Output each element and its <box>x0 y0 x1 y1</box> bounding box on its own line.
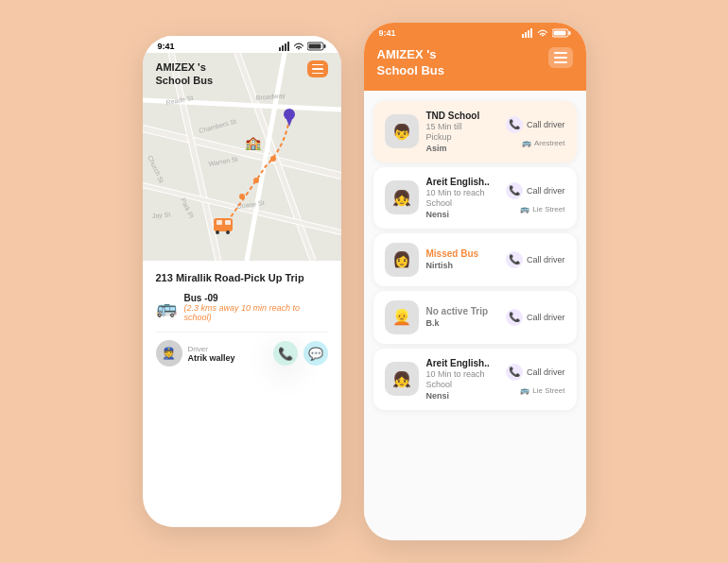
call-driver-button[interactable]: 📞 Call driver <box>506 251 565 268</box>
signal-icon <box>279 42 290 51</box>
avatar: 👩 <box>385 243 419 277</box>
card-actions: 📞 Call driver <box>506 309 565 326</box>
svg-rect-6 <box>308 44 321 49</box>
right-wifi-icon <box>537 29 548 38</box>
bus-number: Bus -09 <box>184 293 328 303</box>
call-icon: 📞 <box>506 309 523 326</box>
bottom-name: Asim <box>426 144 498 153</box>
right-signal-icon <box>522 28 533 38</box>
location-badge: 🚌Arestreet <box>522 139 564 147</box>
right-battery-icon <box>552 28 571 38</box>
card-info: Areit English.. 10 Min to reach School N… <box>426 177 498 219</box>
card-info: Missed Bus Nirtish <box>426 248 498 270</box>
map-area: Reade St Church St Chambers St Warren St… <box>143 53 341 261</box>
phone-button[interactable]: 📞 <box>273 341 298 366</box>
app-container: 9:41 <box>124 4 605 559</box>
card-actions: 📞 Call driver 🚌Lie Street <box>506 364 565 395</box>
card-name-no-active: No active Trip <box>426 306 498 316</box>
card-info: Areit English.. 10 Min to reach School N… <box>426 358 498 401</box>
call-label: Call driver <box>527 313 565 322</box>
card-name-missed: Missed Bus <box>426 248 498 259</box>
list-item: 👦 TND School 15 Min till Pickup Asim 📞 C… <box>373 101 577 162</box>
list-item: 👩 Missed Bus Nirtish 📞 Call driver <box>373 233 577 286</box>
call-driver-button[interactable]: 📞 Call driver <box>506 116 565 133</box>
left-app-title: AMIZEX 's School Bus <box>156 60 214 88</box>
list-item: 👧 Areit English.. 10 Min to reach School… <box>373 167 577 229</box>
svg-rect-40 <box>530 28 532 38</box>
svg-rect-29 <box>217 220 222 225</box>
svg-rect-42 <box>568 31 570 35</box>
right-status-bar: 9:41 <box>364 23 586 40</box>
right-status-icons <box>522 28 571 38</box>
bottom-name: Nensi <box>426 391 498 401</box>
call-driver-button[interactable]: 📞 Call driver <box>506 309 565 326</box>
card-actions: 📞 Call driver <box>506 251 565 268</box>
card-sub2: Pickup <box>426 132 498 142</box>
right-phone: 9:41 <box>364 23 586 540</box>
location-badge: 🚌Lie Street <box>520 205 564 213</box>
bottom-name: Nensi <box>426 210 498 219</box>
list-item: 👱 No active Trip B.k 📞 Call driver <box>373 291 577 344</box>
svg-rect-1 <box>282 45 284 51</box>
svg-text:🏫: 🏫 <box>245 135 262 151</box>
left-status-bar: 9:41 <box>143 36 341 53</box>
driver-name: Atrik walley <box>188 353 235 363</box>
trip-title: 213 Mirallik Road-Pick Up Trip <box>156 272 328 283</box>
bottom-name: Nirtish <box>426 261 498 270</box>
svg-rect-38 <box>525 32 527 38</box>
left-phone: 9:41 <box>143 36 341 527</box>
right-app-title: AMIZEX 's School Bus <box>377 47 445 79</box>
right-time: 9:41 <box>379 28 396 38</box>
action-icons: 📞 💬 <box>273 341 328 366</box>
call-icon: 📞 <box>506 182 523 199</box>
svg-point-31 <box>216 230 219 234</box>
svg-rect-0 <box>279 47 281 51</box>
svg-point-34 <box>239 194 245 199</box>
svg-rect-3 <box>287 42 289 51</box>
left-menu-button[interactable] <box>307 60 328 77</box>
call-driver-button[interactable]: 📞 Call driver <box>506 182 565 199</box>
right-menu-button[interactable] <box>548 47 573 68</box>
battery-icon <box>307 42 326 51</box>
avatar: 👱 <box>385 300 419 334</box>
card-actions: 📞 Call driver 🚌Arestreet <box>506 116 565 147</box>
call-label: Call driver <box>527 367 565 377</box>
call-icon: 📞 <box>506 251 523 268</box>
left-time: 9:41 <box>158 42 175 51</box>
call-label: Call driver <box>527 255 565 264</box>
wifi-icon <box>293 43 304 51</box>
left-status-icons <box>279 42 326 51</box>
driver-row: 👮 Driver Atrik walley 📞 💬 <box>156 332 328 367</box>
card-sub1: 10 Min to reach <box>426 369 498 379</box>
call-label: Call driver <box>527 120 565 129</box>
bottom-name: B.k <box>426 318 498 328</box>
bus-emoji: 🚌 <box>156 298 177 318</box>
card-name: Areit English.. <box>426 358 498 368</box>
left-bottom-content: 213 Mirallik Road-Pick Up Trip 🚌 Bus -09… <box>143 261 341 378</box>
call-icon: 📞 <box>506 364 523 381</box>
left-header-overlay: AMIZEX 's School Bus <box>143 53 341 95</box>
card-sub2: School <box>426 380 498 389</box>
driver-text: Driver Atrik walley <box>188 345 235 363</box>
avatar: 👧 <box>385 180 419 214</box>
driver-info: 👮 Driver Atrik walley <box>156 340 235 367</box>
right-header: AMIZEX 's School Bus <box>364 40 586 91</box>
card-sub1: 10 Min to reach <box>426 188 498 197</box>
card-actions: 📞 Call driver 🚌Lie Street <box>506 182 565 213</box>
svg-rect-30 <box>225 220 231 225</box>
driver-avatar: 👮 <box>156 340 182 367</box>
svg-rect-5 <box>323 44 325 48</box>
card-info: No active Trip B.k <box>426 306 498 328</box>
chat-button[interactable]: 💬 <box>303 341 328 366</box>
svg-point-36 <box>270 156 276 162</box>
call-driver-button[interactable]: 📞 Call driver <box>506 364 565 381</box>
card-info: TND School 15 Min till Pickup Asim <box>426 111 498 153</box>
list-item: 👧 Areit English.. 10 Min to reach School… <box>373 349 577 410</box>
call-icon: 📞 <box>506 116 523 133</box>
svg-point-35 <box>253 178 259 183</box>
card-sub2: School <box>426 198 498 208</box>
driver-label: Driver <box>188 345 235 353</box>
avatar: 👧 <box>385 362 419 396</box>
card-sub1: 15 Min till <box>426 122 498 131</box>
list-area[interactable]: 👦 TND School 15 Min till Pickup Asim 📞 C… <box>364 91 586 540</box>
